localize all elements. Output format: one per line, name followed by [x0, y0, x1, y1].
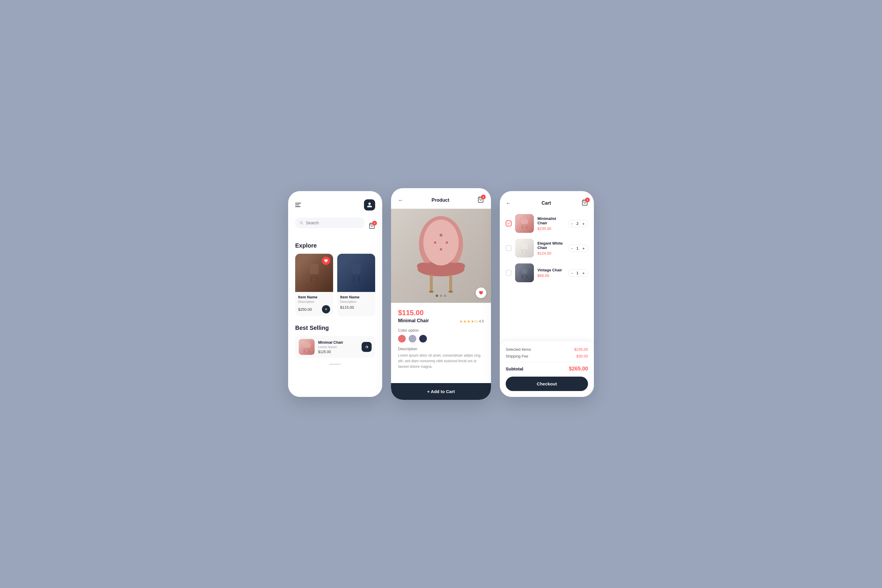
- svg-rect-39: [526, 276, 527, 278]
- quantity-control: - 1 +: [568, 244, 588, 252]
- qty-value: 1: [575, 246, 580, 250]
- cart-summary: Selected Items $235.00 Shipping Fee $30.…: [500, 341, 594, 397]
- svg-point-28: [520, 219, 528, 225]
- svg-point-16: [423, 220, 459, 266]
- color-option-navy[interactable]: [419, 335, 427, 342]
- image-dots: [436, 295, 446, 297]
- svg-rect-7: [353, 277, 354, 282]
- screen-product: ← Product 1: [391, 188, 491, 400]
- cart-badge: 1: [372, 221, 377, 225]
- add-to-cart-button[interactable]: + Add to Cart: [391, 383, 491, 400]
- app-container: 1 Explore: [288, 188, 594, 400]
- cart-item-price: $124.00: [537, 251, 564, 255]
- svg-point-20: [440, 248, 442, 250]
- product-header: ← Product 1: [391, 188, 491, 209]
- color-options: [398, 335, 484, 342]
- check-icon: [507, 222, 510, 225]
- best-selling-arrow-button[interactable]: [362, 342, 372, 352]
- heart-icon: [478, 291, 483, 295]
- qty-minus-button[interactable]: -: [571, 271, 573, 275]
- svg-point-9: [303, 342, 311, 349]
- qty-plus-button[interactable]: +: [582, 246, 585, 250]
- cart-badge: 1: [481, 195, 486, 200]
- product-name: Minimal Chair: [398, 318, 429, 323]
- favorite-button[interactable]: [476, 288, 486, 298]
- svg-rect-31: [526, 226, 527, 229]
- cart-item-image: [515, 214, 534, 233]
- cart-button[interactable]: 1: [582, 200, 588, 207]
- cart-header: ← Cart 1: [506, 200, 588, 207]
- screen-cart: ← Cart 1: [500, 191, 594, 397]
- profile-button[interactable]: [364, 200, 375, 210]
- description-text: Lorem ipsum dolor sit amet, consectetuer…: [398, 353, 484, 370]
- cart-item-checkbox[interactable]: [506, 270, 512, 276]
- qty-minus-button[interactable]: -: [571, 246, 573, 250]
- cart-item-image: [515, 263, 534, 282]
- svg-rect-4: [316, 277, 318, 282]
- svg-point-26: [448, 291, 453, 293]
- color-option-label: Color option: [398, 328, 484, 333]
- cart-button[interactable]: 1: [369, 222, 375, 230]
- best-selling-image: [299, 339, 315, 355]
- subtotal-value: $265.00: [569, 366, 588, 372]
- product-name: Item Name: [298, 295, 330, 299]
- subtotal-label: Subtotal: [506, 366, 524, 371]
- cart-item: Elegant White Chair $124.00 - 1 +: [506, 239, 588, 258]
- search-icon: [299, 220, 303, 225]
- search-bar[interactable]: [295, 218, 364, 228]
- shipping-label: Shipping Fee: [506, 354, 528, 358]
- best-selling-item[interactable]: Minimal Chair Lorem Ipsum $125.00: [295, 336, 375, 358]
- svg-rect-34: [522, 251, 523, 254]
- cart-button[interactable]: 1: [477, 196, 484, 204]
- qty-minus-button[interactable]: -: [571, 221, 573, 226]
- back-button[interactable]: ←: [506, 200, 511, 206]
- svg-point-25: [429, 291, 434, 293]
- svg-rect-10: [303, 348, 310, 350]
- qty-plus-button[interactable]: +: [582, 271, 585, 275]
- svg-point-19: [446, 242, 448, 244]
- svg-rect-32: [521, 244, 528, 250]
- color-option-lavender[interactable]: [409, 335, 416, 342]
- product-price: $250.00: [298, 307, 312, 312]
- svg-rect-24: [449, 275, 452, 291]
- description-label: Description: [398, 346, 484, 351]
- back-button[interactable]: ←: [398, 197, 404, 204]
- cart-badge: 1: [585, 198, 590, 202]
- search-input[interactable]: [306, 220, 360, 225]
- qty-plus-button[interactable]: +: [582, 221, 585, 226]
- svg-rect-8: [358, 277, 360, 282]
- best-selling-desc: Lorem Ipsum: [318, 345, 358, 349]
- best-selling-price: $125.00: [318, 350, 358, 354]
- star-icons: ★★★★½: [459, 319, 478, 324]
- product-card[interactable]: Item Name Description $115.00: [337, 254, 375, 316]
- selected-items-label: Selected Items: [506, 347, 531, 352]
- color-option-red[interactable]: [398, 335, 406, 342]
- svg-rect-37: [520, 274, 528, 275]
- svg-rect-11: [304, 350, 305, 353]
- best-selling-title: Best Selling: [295, 325, 375, 332]
- product-hero: [391, 209, 491, 303]
- svg-rect-12: [308, 350, 310, 353]
- quantity-control: - 1 +: [568, 269, 588, 277]
- qty-value: 2: [575, 221, 580, 226]
- add-to-cart-button[interactable]: +: [322, 305, 330, 314]
- arrow-right-icon: [364, 345, 369, 349]
- cart-item-image: [515, 239, 534, 258]
- cart-item-checkbox[interactable]: [506, 220, 512, 226]
- svg-point-21: [417, 262, 430, 270]
- cart-item-checkbox[interactable]: [506, 245, 512, 251]
- product-details: $115.00 Minimal Chair ★★★★½ 4.5 Color op…: [391, 303, 491, 383]
- favorite-button[interactable]: [322, 256, 330, 265]
- quantity-control: - 2 +: [568, 220, 588, 227]
- svg-rect-1: [310, 264, 319, 274]
- checkout-button[interactable]: Checkout: [506, 376, 588, 391]
- user-icon: [367, 202, 372, 208]
- cart-item: Minimalist Chair $235.00 - 2 +: [506, 214, 588, 233]
- svg-point-22: [452, 262, 465, 270]
- cart-page-title: Cart: [542, 201, 551, 206]
- heart-icon: [324, 259, 328, 263]
- product-desc: Description: [298, 300, 330, 303]
- cart-item: Vintage Chair $89.00 - 1 +: [506, 263, 588, 282]
- product-card[interactable]: Item Name Description $250.00 +: [295, 254, 333, 316]
- menu-icon[interactable]: [295, 203, 301, 207]
